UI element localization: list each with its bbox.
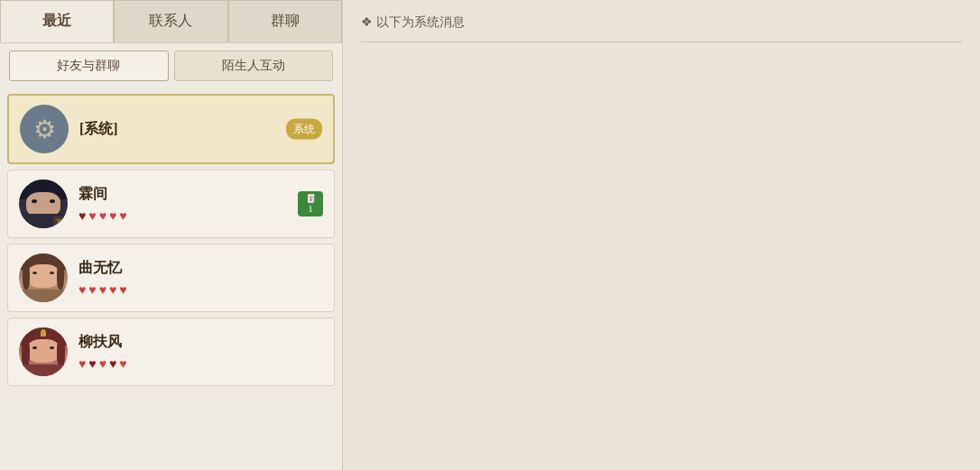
hearts-liufufeng: ♥ ♥ ♥ ♥ ♥ — [79, 357, 323, 372]
heart-3: ♥ — [99, 209, 106, 224]
avatar-system: ⚙ — [20, 105, 69, 153]
tab-contacts[interactable]: 联系人 — [114, 0, 227, 42]
heart-4: ♥ — [109, 209, 116, 224]
contact-item-system[interactable]: ⚙ [系统] 系统 — [7, 94, 335, 164]
contact-name-lingjian: 霖间 — [79, 185, 323, 204]
sub-tab-friends-group[interactable]: 好友与群聊 — [9, 51, 169, 81]
heart-1: ♥ — [79, 283, 86, 298]
contact-item-liufufeng[interactable]: 柳扶风 ♥ ♥ ♥ ♥ ♥ — [7, 318, 335, 386]
heart-4: ♥ — [109, 283, 116, 298]
hearts-lingjian: ♥ ♥ ♥ ♥ ♥ — [79, 209, 323, 224]
heart-2: ♥ — [88, 283, 96, 298]
heart-1: ♥ — [79, 209, 86, 224]
left-panel: 最近 联系人 群聊 好友与群聊 陌生人互动 ⚙ [系统] 系统 — [0, 0, 343, 470]
heart-4: ♥ — [109, 357, 116, 372]
heart-1: ♥ — [79, 357, 86, 372]
tab-group[interactable]: 群聊 — [228, 0, 342, 42]
hearts-quwuyi: ♥ ♥ ♥ ♥ ♥ — [79, 283, 323, 298]
contact-list: ⚙ [系统] 系统 33 — [0, 88, 342, 470]
heart-3: ♥ — [99, 357, 106, 372]
contact-info-liufufeng: 柳扶风 ♥ ♥ ♥ ♥ ♥ — [79, 333, 323, 372]
contact-name-quwuyi: 曲无忆 — [79, 259, 323, 278]
tab-recent[interactable]: 最近 — [0, 0, 114, 42]
heart-3: ♥ — [99, 283, 106, 298]
avatar-lingjian: 33 — [19, 180, 68, 228]
avatar-liufufeng — [19, 327, 68, 376]
right-panel: ❖ 以下为系统消息 — [343, 0, 980, 470]
contact-name-liufufeng: 柳扶风 — [79, 333, 323, 352]
divider — [361, 41, 962, 42]
heart-2: ♥ — [88, 357, 96, 372]
system-message-text: ❖ 以下为系统消息 — [361, 14, 465, 31]
contact-item-lingjian[interactable]: 33 霖间 ♥ ♥ ♥ ♥ ♥ 🃏 1 — [7, 170, 335, 238]
gear-icon: ⚙ — [33, 115, 56, 144]
level-badge-lingjian: 33 — [53, 217, 68, 228]
notification-lingjian: 🃏 1 — [298, 191, 323, 217]
contact-info-lingjian: 霖间 ♥ ♥ ♥ ♥ ♥ — [79, 185, 323, 224]
sub-tab-strangers[interactable]: 陌生人互动 — [174, 51, 334, 81]
main-tabs: 最近 联系人 群聊 — [0, 0, 342, 43]
heart-5: ♥ — [119, 283, 126, 298]
system-message-header: ❖ 以下为系统消息 — [361, 14, 962, 31]
heart-2: ♥ — [88, 209, 96, 224]
heart-5: ♥ — [119, 357, 126, 372]
contact-info-quwuyi: 曲无忆 ♥ ♥ ♥ ♥ ♥ — [79, 259, 323, 298]
avatar-quwuyi — [19, 253, 68, 302]
heart-5: ♥ — [119, 209, 126, 224]
system-tag: 系统 — [286, 119, 322, 140]
sub-tabs: 好友与群聊 陌生人互动 — [0, 43, 342, 88]
contact-item-quwuyi[interactable]: 曲无忆 ♥ ♥ ♥ ♥ ♥ — [7, 244, 335, 312]
